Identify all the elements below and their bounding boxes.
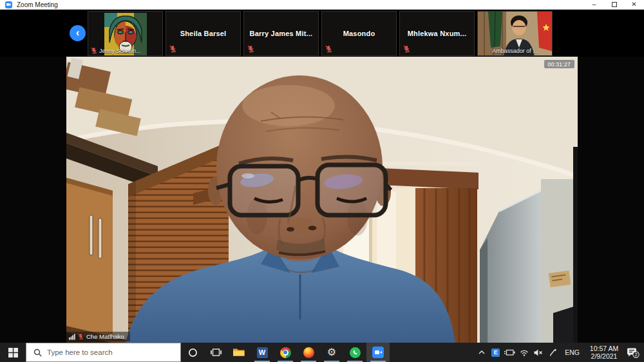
start-button[interactable]	[0, 343, 26, 362]
muted-mic-icon	[91, 47, 97, 54]
word-button[interactable]: W	[251, 343, 274, 362]
windows-ink-button[interactable]	[546, 343, 558, 362]
previous-participants-button[interactable]: ‹	[70, 25, 86, 41]
search-input[interactable]	[47, 348, 163, 356]
participant-name: Jenny Schrein...	[99, 48, 141, 54]
chrome-button[interactable]	[274, 343, 297, 362]
window-controls: – ✕	[584, 0, 644, 9]
participant-tile[interactable]: Jenny Schrein...	[88, 11, 163, 56]
minimize-button[interactable]: –	[584, 0, 604, 9]
active-speaker-video: 00:31:27 Che Matlhako	[66, 57, 578, 343]
settings-button[interactable]: ⚙	[320, 343, 343, 362]
word-icon: W	[257, 347, 268, 358]
muted-mic-icon	[247, 45, 254, 53]
task-view-button[interactable]	[204, 343, 227, 362]
muted-mic-icon	[169, 45, 176, 53]
system-tray: E	[475, 343, 644, 362]
whatsapp-button[interactable]	[343, 343, 366, 362]
connection-signal-icon	[69, 334, 75, 340]
tray-expand-button[interactable]	[475, 343, 488, 362]
participant-tile[interactable]: Mhlekwa Nxum...	[399, 11, 475, 56]
battery-icon	[504, 349, 515, 356]
file-explorer-icon	[233, 348, 245, 357]
zoom-app-icon	[5, 1, 12, 8]
taskbar-search-box[interactable]	[26, 343, 181, 362]
chrome-icon	[280, 347, 291, 358]
participant-name: Masondo	[322, 12, 396, 55]
title-bar: Zoom Meeting – ✕	[0, 0, 644, 10]
notification-icon: 2	[627, 347, 639, 358]
zoom-meeting-window: Zoom Meeting – ✕ ‹	[0, 0, 644, 362]
restore-button[interactable]	[604, 0, 624, 9]
gear-icon: ⚙	[327, 347, 336, 357]
wifi-icon	[520, 349, 529, 356]
notification-count-badge: 2	[634, 352, 637, 357]
cortana-icon	[188, 348, 198, 357]
pen-icon	[549, 348, 556, 356]
participant-tile[interactable]: Ambassador of ...	[477, 11, 553, 56]
participant-name: Ambassador of ...	[478, 48, 552, 54]
restore-icon	[612, 2, 617, 7]
speaker-video-frame	[66, 57, 578, 343]
windows-taskbar: W ⚙ E	[0, 343, 644, 362]
participant-filmstrip: ‹	[0, 10, 644, 57]
participant-name: Sheila Barsel	[166, 12, 240, 55]
participant-tile[interactable]: Sheila Barsel	[166, 11, 241, 56]
chevron-up-icon	[478, 350, 485, 355]
meeting-timer: 00:31:27	[544, 60, 575, 68]
speaker-muted-icon	[534, 349, 543, 356]
task-view-icon	[211, 348, 222, 357]
power-status-button[interactable]	[504, 343, 516, 362]
participant-name: Barry James Mit...	[244, 12, 318, 55]
firefox-button[interactable]	[297, 343, 320, 362]
window-title: Zoom Meeting	[17, 1, 58, 8]
participant-name: Mhlekwa Nxum...	[400, 12, 474, 55]
participant-tile[interactable]: Barry James Mit...	[243, 11, 319, 56]
clock-time: 10:57 AM	[586, 345, 622, 353]
language-indicator[interactable]: ENG	[560, 348, 584, 356]
participant-tile[interactable]: Masondo	[321, 11, 397, 56]
action-center-button[interactable]: 2	[624, 343, 642, 362]
file-explorer-button[interactable]	[227, 343, 251, 362]
muted-mic-icon	[403, 45, 410, 53]
zoom-taskbar-button[interactable]	[366, 343, 390, 362]
zoom-icon	[372, 347, 384, 358]
windows-logo-icon	[8, 348, 18, 357]
muted-mic-icon	[325, 45, 332, 53]
network-button[interactable]	[518, 343, 530, 362]
firefox-icon	[303, 347, 314, 358]
taskbar-clock[interactable]: 10:57 AM 2/9/2021	[586, 345, 622, 361]
whatsapp-icon	[350, 347, 361, 358]
speaker-name: Che Matlhako	[86, 333, 124, 340]
search-icon	[33, 348, 42, 357]
close-button[interactable]: ✕	[624, 0, 644, 9]
meeting-stage: ‹	[0, 10, 644, 343]
clock-date: 2/9/2021	[586, 352, 622, 361]
participant-label: Jenny Schrein...	[88, 47, 141, 54]
tray-app-e-button[interactable]: E	[489, 343, 502, 362]
volume-button[interactable]	[532, 343, 544, 362]
cortana-button[interactable]	[181, 343, 204, 362]
muted-mic-icon	[78, 333, 84, 340]
speaker-name-tag: Che Matlhako	[66, 332, 130, 341]
e-app-icon: E	[491, 348, 500, 357]
